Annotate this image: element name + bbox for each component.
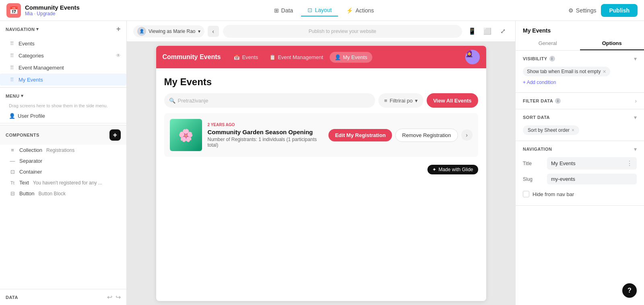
app-info: Community Events Mia · Upgrade (25, 4, 80, 16)
sort-data-section-header[interactable]: SORT DATA ▾ (516, 109, 644, 125)
tab-data[interactable]: ⊞ Data (268, 5, 300, 16)
remove-registration-button[interactable]: Remove Registration (395, 129, 458, 142)
app-nav-links: 📅 Events 📋 Event Management 👤 My Events (229, 52, 372, 63)
visibility-info-icon[interactable]: i (549, 56, 555, 61)
navigation-chevron-icon[interactable]: ▾ (634, 146, 637, 152)
visibility-chevron-icon[interactable]: ▾ (634, 55, 637, 62)
redo-icon[interactable]: ↪ (116, 293, 121, 301)
edit-registration-button[interactable]: Edit My Registration (328, 129, 392, 141)
hide-nav-checkbox[interactable] (523, 191, 529, 197)
search-filter-row: 🔍 Pretraživanje ≡ Filtrirai po ▾ View Al… (164, 93, 478, 108)
sort-data-label: SORT DATA (523, 115, 550, 120)
preview-toolbar-right: 📱 ⬜ ⤢ (466, 25, 509, 37)
filter-data-info-icon[interactable]: i (555, 98, 561, 104)
filter-button[interactable]: ≡ Filtrirai po ▾ (378, 93, 423, 108)
tab-actions[interactable]: ⚡ Actions (340, 5, 380, 16)
visibility-condition-tag: Show tab when Email is not empty × (523, 67, 610, 76)
undo-redo: ↩ ↪ (107, 293, 121, 301)
navigation-section-header[interactable]: NAVIGATION ▾ + (0, 21, 126, 37)
eye-icon[interactable]: 👁 (116, 53, 121, 58)
filter-data-section-header[interactable]: FILTER DATA i › (516, 93, 644, 109)
sidebar-item-events[interactable]: ⠿ Events (0, 37, 126, 49)
view-all-button[interactable]: View All Events (427, 93, 478, 108)
separator-icon: — (9, 158, 16, 164)
add-condition-button[interactable]: + Add condition (523, 78, 556, 87)
fullscreen-button[interactable]: ⤢ (497, 25, 509, 37)
right-tabs: General Options (516, 37, 644, 51)
publish-button[interactable]: Publish (601, 4, 638, 17)
sort-close-icon[interactable]: × (572, 127, 574, 133)
event-time: 2 YEARS AGO (208, 123, 323, 127)
event-detail-button[interactable]: › (461, 129, 473, 141)
chevron-down-icon: ▾ (21, 93, 24, 98)
right-panel-title: My Events (516, 21, 644, 37)
upgrade-link[interactable]: Upgrade (37, 11, 55, 16)
event-mgmt-nav-icon: 📋 (269, 54, 276, 60)
sidebar-item-event-management[interactable]: ⠿ Event Management (0, 61, 126, 74)
user-avatar[interactable]: 🧕 (465, 50, 480, 64)
sort-badge: Sort by Sheet order × (523, 125, 579, 135)
page-title: My Events (164, 76, 478, 88)
component-collection[interactable]: ≡ Collection Registrations (0, 145, 126, 156)
filter-data-section: FILTER DATA i › (516, 93, 644, 109)
sidebar-item-my-events[interactable]: ⠿ My Events (0, 74, 126, 86)
remove-condition-button[interactable]: × (603, 68, 606, 75)
sidebar-item-categories[interactable]: ⠿ Categories 👁 (0, 49, 126, 61)
divider2 (0, 123, 126, 123)
visibility-section-header[interactable]: VISIBILITY i ▾ (516, 51, 644, 67)
slug-label: Slug (523, 176, 547, 182)
add-component-button[interactable]: + (109, 129, 121, 141)
drag-icon: ⠿ (9, 64, 15, 71)
layout-icon: ⊡ (308, 7, 312, 13)
left-panel: NAVIGATION ▾ + ⠿ Events ⠿ Categories 👁 ⠿… (0, 21, 127, 305)
undo-icon[interactable]: ↩ (107, 293, 112, 301)
navigation-label[interactable]: NAVIGATION ▾ (6, 27, 39, 32)
sort-data-chevron-icon[interactable]: ▾ (634, 114, 637, 121)
text-icon: Tt (9, 180, 16, 185)
filter-data-chevron-icon[interactable]: › (635, 98, 637, 104)
viewing-as-badge[interactable]: 👤 Viewing as Marie Rao ▾ (133, 25, 204, 37)
settings-button[interactable]: ⚙ Settings (568, 7, 597, 14)
add-nav-icon[interactable]: + (116, 25, 121, 33)
component-text[interactable]: Tt Text You haven't registered for any .… (0, 177, 126, 188)
navigation-section-header[interactable]: NAVIGATION ▾ (516, 141, 644, 157)
nav-link-events[interactable]: 📅 Events (229, 52, 263, 63)
preview-toolbar-left: 👤 Viewing as Marie Rao ▾ ‹ (133, 25, 219, 37)
title-input[interactable]: My Events ⋮ (547, 157, 637, 170)
preview-back-button[interactable]: ‹ (208, 26, 219, 37)
event-info: 2 YEARS AGO Community Garden Season Open… (208, 123, 323, 148)
settings-icon: ⚙ (568, 7, 574, 14)
search-icon: 🔍 (169, 98, 175, 104)
filter-chevron-icon: ▾ (415, 98, 418, 104)
help-button[interactable]: ? (622, 283, 637, 298)
tab-options[interactable]: Options (580, 37, 644, 50)
user-icon: 👤 (9, 113, 15, 119)
nav-link-my-events[interactable]: 👤 My Events (330, 52, 372, 63)
slug-input[interactable]: my-events (547, 174, 637, 184)
drag-hint: Drag screens here to show them in the si… (0, 102, 126, 111)
filter-icon: ≡ (384, 98, 387, 104)
glide-icon: ✦ (432, 167, 436, 172)
sort-data-section: SORT DATA ▾ Sort by Sheet order × (516, 109, 644, 141)
event-card: 🌸 2 YEARS AGO Community Garden Season Op… (164, 113, 478, 157)
navigation-label-right: NAVIGATION (523, 147, 552, 151)
app-header-title: Community Events (163, 53, 221, 61)
center-preview: 👤 Viewing as Marie Rao ▾ ‹ Publish to pr… (127, 21, 515, 305)
tablet-view-button[interactable]: ⬜ (481, 25, 493, 37)
search-box[interactable]: 🔍 Pretraživanje (164, 93, 376, 108)
mobile-view-button[interactable]: 📱 (466, 25, 478, 37)
component-container[interactable]: ⊡ Container (0, 166, 126, 177)
hide-nav-label: Hide from nav bar (533, 191, 574, 197)
title-row: Title My Events ⋮ (523, 157, 637, 170)
actions-icon: ⚡ (346, 7, 353, 14)
tab-general[interactable]: General (516, 37, 580, 50)
component-button[interactable]: ⊟ Button Button Block (0, 188, 126, 199)
nav-link-event-management[interactable]: 📋 Event Management (264, 52, 328, 63)
user-profile-item[interactable]: 👤 User Profile (0, 111, 126, 121)
menu-section-header[interactable]: MENU ▾ (0, 89, 126, 102)
hide-nav-row: Hide from nav bar (523, 188, 637, 200)
made-with-badge[interactable]: ✦ Made with Glide (427, 165, 478, 174)
title-menu-icon[interactable]: ⋮ (626, 160, 633, 167)
tab-layout[interactable]: ⊡ Layout (301, 4, 338, 16)
component-separator[interactable]: — Separator (0, 156, 126, 166)
